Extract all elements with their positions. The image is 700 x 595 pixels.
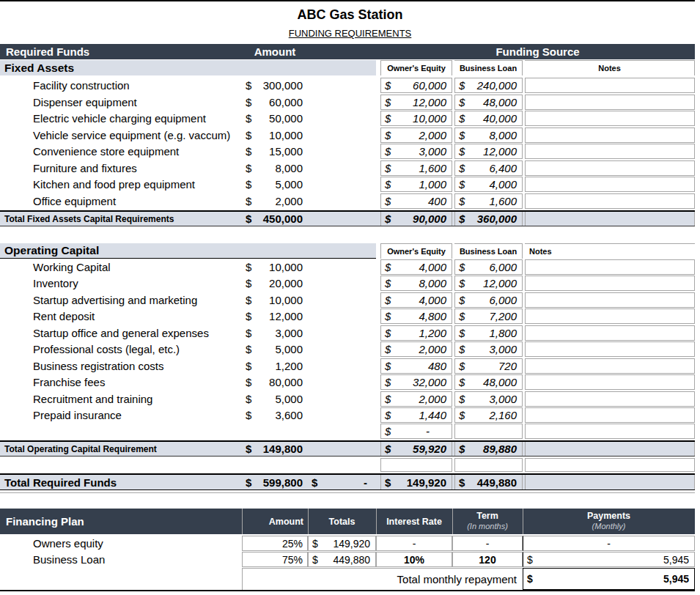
owners-equity-cell[interactable] — [380, 458, 452, 472]
total-amount-cell[interactable]: $450,000 — [242, 212, 308, 226]
term-cell[interactable]: 120 — [452, 552, 523, 567]
business-loan-cell[interactable]: $4,000 — [454, 177, 523, 192]
owners-equity-cell[interactable]: $8,000 — [380, 276, 452, 291]
payment-cell[interactable]: - — [523, 536, 695, 551]
notes-cell[interactable] — [525, 308, 695, 324]
owners-equity-cell[interactable]: $4,000 — [380, 259, 452, 275]
business-loan-cell[interactable]: $3,000 — [454, 391, 523, 407]
total-business-loan-cell[interactable]: $89,880 — [454, 442, 523, 456]
owners-equity-cell[interactable]: $12,000 — [380, 95, 452, 110]
owners-equity-cell[interactable]: $2,000 — [380, 341, 452, 357]
business-loan-cell[interactable]: $48,000 — [454, 374, 523, 390]
total-owners-equity-cell[interactable]: $59,920 — [380, 442, 452, 456]
grand-total-amount2-cell[interactable]: $- — [308, 475, 376, 489]
notes-cell[interactable] — [525, 292, 695, 308]
business-loan-cell[interactable]: $12,000 — [454, 276, 523, 291]
notes-cell[interactable] — [525, 424, 695, 439]
notes-cell[interactable] — [525, 78, 695, 93]
business-loan-cell[interactable]: $1,800 — [454, 325, 523, 341]
owners-equity-cell[interactable]: $1,200 — [380, 325, 452, 341]
business-loan-cell[interactable]: $240,000 — [454, 78, 523, 93]
amount-cell[interactable]: $50,000 — [242, 111, 308, 126]
notes-cell[interactable] — [525, 212, 695, 226]
business-loan-cell[interactable]: $6,400 — [454, 160, 523, 176]
amount-cell[interactable]: $5,000 — [242, 177, 308, 192]
owners-equity-cell[interactable]: $60,000 — [380, 78, 452, 93]
owners-equity-cell[interactable]: $480 — [380, 358, 452, 374]
notes-cell[interactable] — [525, 193, 695, 209]
business-loan-cell[interactable]: $720 — [454, 358, 523, 374]
notes-cell[interactable] — [525, 407, 695, 423]
owners-equity-cell[interactable]: $4,800 — [380, 308, 452, 324]
total-monthly-repayment-cell[interactable]: $5,945 — [523, 568, 695, 590]
notes-cell[interactable] — [525, 276, 695, 291]
owners-equity-cell[interactable]: $3,000 — [380, 144, 452, 159]
owners-equity-cell[interactable]: $1,600 — [380, 160, 452, 176]
owners-equity-cell[interactable]: $32,000 — [380, 374, 452, 390]
business-loan-cell[interactable]: $12,000 — [454, 144, 523, 159]
business-loan-cell[interactable]: $6,000 — [454, 292, 523, 308]
amount-cell[interactable]: $3,600 — [242, 407, 308, 423]
interest-rate-cell[interactable]: - — [376, 536, 452, 551]
notes-cell[interactable] — [525, 475, 695, 489]
amount-cell[interactable]: $1,200 — [242, 358, 308, 374]
grand-total-owners-equity-cell[interactable]: $149,920 — [380, 475, 452, 489]
notes-cell[interactable] — [525, 358, 695, 374]
amount-cell[interactable]: $3,000 — [242, 325, 308, 341]
business-loan-cell[interactable]: $8,000 — [454, 128, 523, 143]
amount-cell[interactable]: $8,000 — [242, 160, 308, 176]
notes-cell[interactable] — [525, 111, 695, 126]
notes-cell[interactable] — [525, 458, 695, 472]
notes-cell[interactable] — [525, 341, 695, 357]
interest-rate-cell[interactable]: 10% — [376, 552, 452, 567]
business-loan-cell[interactable]: $3,000 — [454, 341, 523, 357]
notes-cell[interactable] — [525, 259, 695, 275]
notes-cell[interactable] — [525, 128, 695, 143]
notes-cell[interactable] — [525, 95, 695, 110]
total-business-loan-cell[interactable]: $360,000 — [454, 212, 523, 226]
notes-cell[interactable] — [525, 325, 695, 341]
financing-total-cell[interactable]: $149,920 — [308, 536, 376, 551]
notes-cell[interactable] — [525, 177, 695, 192]
business-loan-cell[interactable]: $2,160 — [454, 407, 523, 423]
business-loan-cell[interactable]: $40,000 — [454, 111, 523, 126]
amount-cell[interactable]: $80,000 — [242, 374, 308, 390]
amount-cell[interactable]: $10,000 — [242, 128, 308, 143]
amount-cell[interactable]: $20,000 — [242, 276, 308, 291]
owners-equity-cell[interactable]: $1,000 — [380, 177, 452, 192]
amount-cell[interactable]: $10,000 — [242, 292, 308, 308]
owners-equity-cell[interactable]: $4,000 — [380, 292, 452, 308]
grand-total-amount-cell[interactable]: $599,800 — [242, 475, 308, 489]
financing-amount-cell[interactable]: 75% — [242, 552, 308, 567]
business-loan-cell[interactable]: $48,000 — [454, 95, 523, 110]
amount-cell[interactable]: $5,000 — [242, 341, 308, 357]
notes-cell[interactable] — [525, 160, 695, 176]
owners-equity-cell[interactable]: $2,000 — [380, 128, 452, 143]
business-loan-cell[interactable]: $1,600 — [454, 193, 523, 209]
amount-cell[interactable]: $2,000 — [242, 193, 308, 209]
business-loan-cell[interactable]: $7,200 — [454, 308, 523, 324]
amount-cell[interactable]: $60,000 — [242, 95, 308, 110]
owners-equity-cell[interactable]: $2,000 — [380, 391, 452, 407]
amount-cell[interactable]: $12,000 — [242, 308, 308, 324]
business-loan-cell[interactable] — [454, 424, 523, 439]
grand-total-business-loan-cell[interactable]: $449,880 — [454, 475, 523, 489]
amount-cell[interactable]: $300,000 — [242, 78, 308, 93]
total-amount-cell[interactable]: $149,800 — [242, 442, 308, 456]
business-loan-cell[interactable]: $6,000 — [454, 259, 523, 275]
owners-equity-cell[interactable]: $400 — [380, 193, 452, 209]
amount-cell[interactable]: $5,000 — [242, 391, 308, 407]
amount-cell[interactable]: $10,000 — [242, 259, 308, 275]
business-loan-cell[interactable] — [454, 458, 523, 472]
owners-equity-cell[interactable]: $1,440 — [380, 407, 452, 423]
notes-cell[interactable] — [525, 144, 695, 159]
owners-equity-cell[interactable]: $- — [380, 424, 452, 439]
notes-cell[interactable] — [525, 442, 695, 456]
financing-total-cell[interactable]: $449,880 — [308, 552, 376, 567]
notes-cell[interactable] — [525, 374, 695, 390]
total-owners-equity-cell[interactable]: $90,000 — [380, 212, 452, 226]
financing-amount-cell[interactable]: 25% — [242, 536, 308, 551]
notes-cell[interactable] — [525, 391, 695, 407]
term-cell[interactable]: - — [452, 536, 523, 551]
owners-equity-cell[interactable]: $10,000 — [380, 111, 452, 126]
